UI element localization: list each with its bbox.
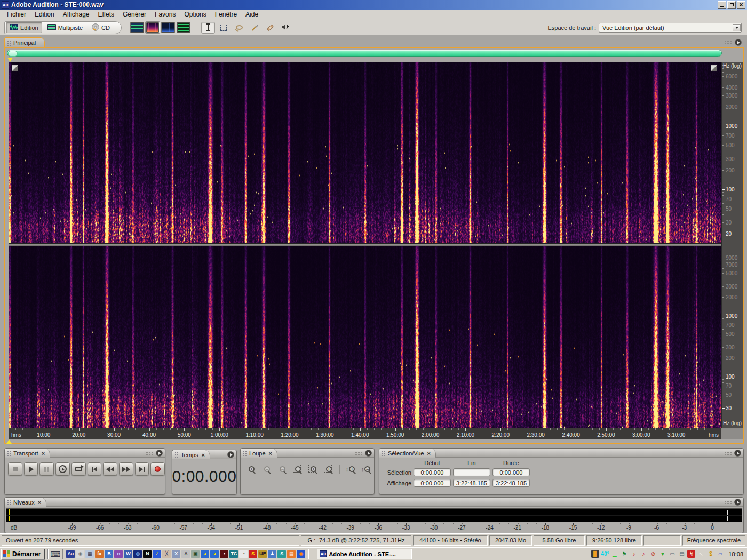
- app-icon-globe-2[interactable]: ◕: [210, 550, 219, 558]
- app-icon-word[interactable]: W: [124, 550, 132, 558]
- app-icon-person-blue[interactable]: ♟: [268, 550, 276, 558]
- tray-green-bar-icon[interactable]: ▁: [610, 550, 618, 558]
- menu-item-favoris[interactable]: Favoris: [150, 10, 180, 20]
- pause-button[interactable]: [39, 462, 54, 476]
- loop-button[interactable]: [71, 462, 86, 476]
- restore-button[interactable]: [727, 1, 736, 9]
- app-icon-s-teal[interactable]: S: [277, 550, 286, 558]
- tray-green-down-icon[interactable]: ▼: [658, 550, 666, 558]
- start-button[interactable]: Démarrer: [1, 549, 45, 559]
- multipiste-mode-button[interactable]: Multipiste: [44, 22, 86, 33]
- time-selection-tool-button[interactable]: [201, 22, 215, 34]
- menu-item-edition[interactable]: Edition: [30, 10, 59, 20]
- app-icon-tv-dark[interactable]: ▪: [220, 550, 228, 558]
- fast-forward-button[interactable]: [119, 462, 133, 476]
- tab-principal[interactable]: Principal: [4, 37, 45, 47]
- minimize-button[interactable]: [718, 1, 726, 9]
- lasso-selection-tool-button[interactable]: [232, 22, 246, 34]
- zoom-in-horizontal-button[interactable]: +: [245, 463, 258, 475]
- panel-menu-icon[interactable]: [735, 39, 742, 46]
- zoom-in-right-edge-button[interactable]: +: [322, 463, 336, 475]
- tray-speaker-muted-2-icon[interactable]: ♪: [639, 550, 647, 558]
- app-icon-pdf[interactable]: ▤: [287, 550, 296, 558]
- zoom-to-selection-button[interactable]: [291, 463, 305, 475]
- niveaux-tab[interactable]: Niveaux: [5, 498, 46, 507]
- app-icon-green-tool[interactable]: ▣: [191, 550, 200, 558]
- rewind-button[interactable]: [103, 462, 117, 476]
- app-icon-a-gray[interactable]: A: [181, 550, 190, 558]
- menu-item-fenetre[interactable]: Fenêtre: [211, 10, 241, 20]
- frequency-ruler[interactable]: Hz (log) 2030507010020030050070010002000…: [721, 62, 743, 428]
- time-ruler[interactable]: hms hms 10:0020:0030:0040:0050:001:00:00…: [9, 428, 721, 439]
- playhead-marker-bottom[interactable]: [6, 439, 12, 444]
- selection-vue-tab[interactable]: Sélection/Vue: [379, 449, 436, 458]
- playhead-line[interactable]: [9, 62, 9, 428]
- spectral-handle-top-left[interactable]: [12, 65, 18, 71]
- tray-pointer-icon[interactable]: ↖: [697, 550, 705, 558]
- zoom-out-vertical-button[interactable]: ↕−: [359, 463, 372, 475]
- waveform-view-button[interactable]: [130, 22, 144, 33]
- selection-debut-field[interactable]: 0:00.000: [414, 468, 451, 476]
- app-icon-ue-circle[interactable]: UE: [258, 550, 267, 558]
- tray-volume-meter-icon[interactable]: ▊: [591, 550, 599, 558]
- edition-mode-button[interactable]: Edition: [6, 22, 42, 33]
- tray-display-icon[interactable]: ▤: [678, 550, 686, 558]
- tray-currency-icon[interactable]: $: [706, 550, 714, 558]
- transport-tab[interactable]: Transport: [5, 449, 50, 458]
- menu-item-effets[interactable]: Effets: [94, 10, 118, 20]
- app-icon-n-purple[interactable]: n: [114, 550, 123, 558]
- panel-menu-icon[interactable]: [365, 450, 372, 457]
- menu-item-affichage[interactable]: Affichage: [59, 10, 94, 20]
- tray-flag-icon[interactable]: ⚑: [620, 550, 628, 558]
- affichage-fin-field[interactable]: 3:22:48.185: [453, 479, 490, 487]
- app-icon-globe-1[interactable]: ◕: [201, 550, 209, 558]
- app-icon-media-gray[interactable]: ◉: [76, 550, 84, 558]
- scrub-tool-button[interactable]: [279, 22, 292, 34]
- selection-duree-field[interactable]: 0:00.000: [492, 468, 530, 476]
- tray-temperature[interactable]: 40°: [601, 551, 609, 557]
- app-icon-wand[interactable]: ⁄: [153, 550, 161, 558]
- zoom-out-full-button[interactable]: −: [276, 463, 289, 475]
- panel-menu-icon[interactable]: [734, 499, 741, 506]
- go-to-start-button[interactable]: [88, 462, 102, 476]
- spectral-phase-view-button[interactable]: [177, 22, 190, 33]
- spectral-pan-view-button[interactable]: [161, 22, 175, 33]
- zoom-navigator-bar[interactable]: [7, 50, 722, 57]
- app-icon-compass[interactable]: ◔: [239, 550, 248, 558]
- spectrogram-right-channel[interactable]: [9, 246, 721, 428]
- zoom-in-vertical-button[interactable]: ↕+: [344, 463, 357, 475]
- app-icon-media-player[interactable]: ◉: [297, 550, 305, 558]
- app-icon-n-black[interactable]: N: [143, 550, 152, 558]
- menu-item-options[interactable]: Options: [180, 10, 210, 20]
- marquee-selection-tool-button[interactable]: [217, 22, 231, 34]
- stop-button[interactable]: [8, 462, 22, 476]
- chevron-down-icon[interactable]: [733, 24, 741, 31]
- tray-power-red-icon[interactable]: ↯: [687, 550, 695, 558]
- affichage-duree-field[interactable]: 3:22:48.185: [492, 479, 530, 487]
- tray-device-icon[interactable]: ▭: [668, 550, 676, 558]
- loupe-tab[interactable]: Loupe: [241, 449, 277, 458]
- tray-blocked-icon[interactable]: ⊘: [649, 550, 657, 558]
- level-meter[interactable]: [6, 508, 742, 522]
- tray-speaker-muted-1-icon[interactable]: ♪: [630, 550, 638, 558]
- zoom-out-horizontal-button[interactable]: −: [260, 463, 274, 475]
- app-icon-fx-tool[interactable]: fx: [95, 550, 104, 558]
- close-icon[interactable]: [269, 450, 272, 457]
- close-icon[interactable]: [38, 499, 41, 506]
- app-icon-calculator[interactable]: ▦: [85, 550, 94, 558]
- menu-item-aide[interactable]: Aide: [241, 10, 263, 20]
- zoom-in-left-edge-button[interactable]: +: [307, 463, 320, 475]
- menu-item-generer[interactable]: Générer: [118, 10, 150, 20]
- panel-menu-icon[interactable]: [227, 451, 234, 458]
- keyboard-icon[interactable]: ⌨: [51, 550, 60, 558]
- app-icon-x-shield[interactable]: X: [172, 550, 180, 558]
- cd-mode-button[interactable]: CD: [88, 22, 114, 33]
- panel-menu-icon[interactable]: [734, 450, 741, 457]
- spectrogram-left-channel[interactable]: [9, 62, 721, 243]
- close-button[interactable]: ×: [737, 1, 745, 9]
- temps-tab[interactable]: Temps: [172, 450, 210, 459]
- play-button[interactable]: [24, 462, 38, 476]
- playhead-marker-top[interactable]: [7, 58, 13, 62]
- play-looped-button[interactable]: [55, 462, 70, 476]
- app-icon-planet[interactable]: ◍: [133, 550, 142, 558]
